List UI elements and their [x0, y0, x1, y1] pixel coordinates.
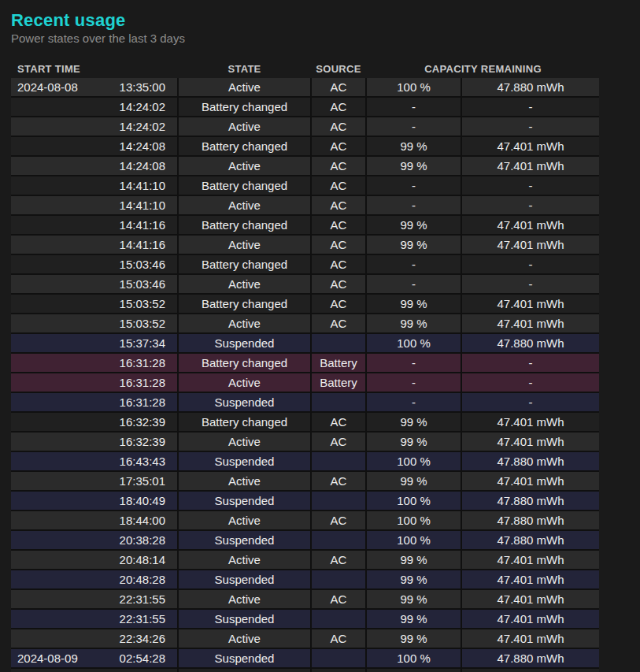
cell-start-time: 22:31:55: [11, 590, 177, 608]
cell-source: AC: [312, 78, 365, 96]
cell-start-time: 14:24:08: [11, 137, 177, 155]
cell-capacity-percent: 100 %: [367, 492, 461, 510]
start-time-value: 18:40:49: [120, 492, 165, 510]
cell-capacity-percent: 99 %: [367, 433, 461, 451]
cell-capacity-mwh: -: [462, 117, 599, 136]
cell-start-time: 14:41:10: [11, 176, 177, 195]
table-row: 14:24:08 Active AC 99 % 47.401 mWh: [11, 157, 599, 175]
table-row: 15:03:46 Battery changed AC - -: [11, 255, 599, 273]
cell-state: Battery changed: [179, 295, 310, 313]
table-row: 14:24:02 Active AC - -: [11, 117, 599, 136]
cell-start-time: 20:48:28: [11, 570, 177, 588]
cell-state: Active: [179, 373, 310, 392]
cell-capacity-mwh: -: [462, 176, 599, 195]
cell-source: AC: [312, 98, 365, 116]
cell-start-time: 18:44:00: [11, 511, 177, 529]
cell-capacity-percent: 100 %: [367, 78, 461, 96]
cell-start-time: 15:03:46: [11, 255, 177, 273]
table-row: 14:24:02 Battery changed AC - -: [11, 98, 599, 116]
start-time-value: 16:43:43: [120, 452, 165, 470]
cell-capacity-percent: 99 %: [367, 236, 461, 254]
cell-start-time: 16:32:39: [11, 433, 177, 451]
cell-start-time: 22:34:26: [11, 629, 177, 648]
cell-state: Active: [179, 511, 310, 529]
table-row: 20:48:14 Active AC 99 % 47.401 mWh: [11, 551, 599, 569]
cell-state: Active: [179, 472, 310, 490]
cell-capacity-percent: -: [367, 275, 461, 293]
cell-source: Battery: [312, 354, 365, 372]
cell-state: Battery changed: [179, 216, 310, 234]
table-row: 18:44:00 Active AC 100 % 47.880 mWh: [11, 511, 599, 529]
table-row: 15:03:52 Active AC 99 % 47.401 mWh: [11, 314, 599, 332]
cell-capacity-mwh: -: [462, 393, 599, 411]
cell-source: AC: [312, 472, 365, 490]
cell-capacity-mwh: -: [462, 98, 599, 116]
cell-capacity-percent: 99 %: [367, 216, 461, 234]
cell-start-time: 14:24:02: [11, 98, 177, 116]
table-row: [11, 669, 599, 672]
cell-state: Active: [179, 196, 310, 214]
cell-state: Battery changed: [179, 354, 310, 372]
cell-capacity-mwh: 47.401 mWh: [462, 590, 599, 608]
cell-source: AC: [312, 590, 365, 608]
cell-capacity-mwh: 47.401 mWh: [462, 433, 599, 451]
start-time-value: 20:48:28: [120, 570, 165, 588]
cell-start-time: 16:31:28: [11, 373, 177, 392]
cell-start-time: 16:31:28: [11, 354, 177, 372]
cell-capacity-percent: -: [367, 176, 461, 195]
cell-capacity-percent: -: [367, 393, 461, 411]
cell-source: AC: [312, 255, 365, 273]
cell-start-time: 14:24:02: [11, 117, 177, 136]
column-header-state: STATE: [179, 63, 310, 75]
start-time-value: 22:31:55: [120, 610, 165, 628]
cell-start-time: 14:41:16: [11, 216, 177, 234]
cell-start-time: 16:43:43: [11, 452, 177, 470]
table-row: 14:24:08 Battery changed AC 99 % 47.401 …: [11, 137, 599, 155]
cell-source: [312, 452, 365, 470]
start-time-value: 15:03:52: [120, 314, 165, 332]
cell-capacity-percent: -: [367, 354, 461, 372]
table-row: 2024-08-09 02:54:28 Suspended 100 % 47.8…: [11, 649, 599, 667]
table-row: 15:37:34 Suspended 100 % 47.880 mWh: [11, 334, 599, 352]
cell-source: [312, 610, 365, 628]
start-time-value: 16:32:39: [120, 433, 165, 451]
cell-capacity-mwh: 47.880 mWh: [462, 492, 599, 510]
cell-state: Active: [179, 157, 310, 175]
cell-start-time: [11, 669, 177, 672]
cell-start-time: 14:41:10: [11, 196, 177, 214]
cell-start-time: 14:41:16: [11, 236, 177, 254]
cell-source: AC: [312, 176, 365, 195]
cell-capacity-percent: -: [367, 196, 461, 214]
table-row: 14:41:16 Battery changed AC 99 % 47.401 …: [11, 216, 599, 234]
cell-source: [312, 492, 365, 510]
start-time-value: 22:34:26: [120, 629, 165, 648]
cell-capacity-percent: 99 %: [367, 314, 461, 332]
cell-start-time: 14:24:08: [11, 157, 177, 175]
cell-state: Suspended: [179, 649, 310, 667]
cell-source: [312, 393, 365, 411]
cell-start-time: 17:35:01: [11, 472, 177, 490]
cell-source: AC: [312, 314, 365, 332]
power-states-table: START TIME STATE SOURCE CAPACITY REMAINI…: [11, 62, 599, 672]
cell-capacity-percent: 100 %: [367, 334, 461, 352]
cell-capacity-percent: 99 %: [367, 295, 461, 313]
cell-capacity-mwh: 47.401 mWh: [462, 216, 599, 234]
cell-start-time: 15:03:46: [11, 275, 177, 293]
cell-capacity-percent: -: [367, 98, 461, 116]
table-row: 22:31:55 Suspended 99 % 47.401 mWh: [11, 610, 599, 628]
start-time-value: 15:03:52: [120, 295, 165, 313]
cell-source: AC: [312, 275, 365, 293]
cell-capacity-percent: 100 %: [367, 649, 461, 667]
table-row: 18:40:49 Suspended 100 % 47.880 mWh: [11, 492, 599, 510]
cell-capacity-mwh: 47.401 mWh: [462, 157, 599, 175]
cell-capacity-mwh: 47.401 mWh: [462, 295, 599, 313]
cell-capacity-mwh: 47.401 mWh: [462, 137, 599, 155]
cell-source: [312, 649, 365, 667]
start-time-value: 15:37:34: [120, 334, 165, 352]
cell-start-time: 2024-08-09 02:54:28: [11, 649, 177, 667]
cell-state: Suspended: [179, 452, 310, 470]
start-time-value: 15:03:46: [120, 255, 165, 273]
cell-source: AC: [312, 157, 365, 175]
start-date-value: 2024-08-08: [17, 78, 78, 96]
cell-start-time: 15:37:34: [11, 334, 177, 352]
